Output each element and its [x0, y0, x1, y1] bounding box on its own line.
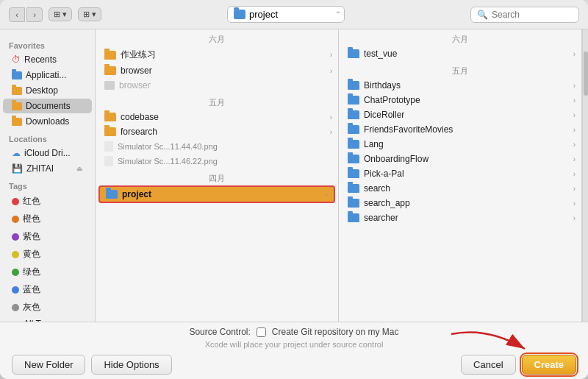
sidebar-item-label: Downloads [26, 116, 69, 127]
list-item[interactable]: DiceRoller › [339, 107, 581, 122]
file-name: ChatPrototype [364, 95, 573, 105]
eject-icon: ⏏ [76, 165, 83, 172]
sidebar: Favorites ⏱ Recents Applicati... Desktop… [0, 29, 96, 322]
save-dialog: ‹ › ⊞ ▾ ⊞ ▾ project ⌃ 🔍 Favorites ⏱ [0, 0, 588, 379]
list-item[interactable]: browser › [96, 63, 338, 78]
yellow-tag-dot [12, 251, 19, 258]
right-may-label: 五月 [339, 61, 581, 78]
search-input[interactable] [492, 10, 573, 20]
chevron-right-icon: › [573, 111, 576, 119]
sidebar-item-tag-red[interactable]: 红色 [3, 193, 92, 210]
folder-icon [104, 113, 116, 121]
sidebar-item-icloud[interactable]: ☁ iCloud Dri... [3, 146, 92, 160]
file-icon [104, 81, 115, 90]
gray-tag-dot [12, 304, 19, 311]
tags-label: Tags [0, 179, 95, 192]
nav-buttons: ‹ › [9, 7, 43, 22]
list-item[interactable]: 作业练习 › [96, 46, 338, 63]
create-button-wrapper: Create [522, 355, 576, 375]
chevron-right-icon: › [330, 67, 332, 75]
sidebar-item-label: 紫色 [23, 230, 40, 243]
back-button[interactable]: ‹ [9, 7, 25, 22]
sidebar-item-tag-purple[interactable]: 紫色 [3, 228, 92, 245]
list-item[interactable]: Lang › [339, 137, 581, 152]
sidebar-item-downloads[interactable]: Downloads [3, 114, 92, 129]
scrollbar-thumb[interactable] [584, 52, 588, 96]
sidebar-item-zhitai[interactable]: 💾 ZHITAI ⏏ [3, 161, 92, 176]
sidebar-item-documents[interactable]: Documents [3, 99, 92, 113]
sidebar-item-tag-gray[interactable]: 灰色 [3, 299, 92, 316]
file-name: Birthdays [364, 80, 573, 91]
folder-icon [104, 66, 116, 75]
purple-tag-dot [12, 233, 19, 241]
sidebar-item-tag-yellow[interactable]: 黄色 [3, 246, 92, 263]
bottom-bar: Source Control: Create Git repository on… [0, 322, 588, 379]
sidebar-item-tag-green[interactable]: 绿色 [3, 263, 92, 280]
forward-button[interactable]: › [26, 7, 43, 22]
folder-icon [104, 127, 116, 136]
list-item[interactable]: ChatPrototype › [339, 93, 581, 107]
desktop-folder-icon [12, 87, 22, 95]
chevron-right-icon: › [573, 50, 576, 58]
list-item[interactable]: codebase › [96, 110, 338, 124]
folder-icon [348, 155, 359, 163]
list-item[interactable]: search › [339, 181, 581, 196]
list-item-selected[interactable]: project › [98, 185, 335, 203]
location-text: project [249, 9, 278, 20]
chevron-right-icon: › [330, 113, 332, 121]
sidebar-item-label: 黄色 [23, 248, 40, 261]
location-bar: project ⌃ [107, 6, 465, 23]
list-item[interactable]: forsearch › [96, 124, 338, 139]
cloud-icon: ☁ [12, 148, 21, 158]
list-item[interactable]: Simulator Sc...11.46.22.png [96, 154, 338, 169]
list-item[interactable]: browser [96, 78, 338, 93]
blue-tag-dot [12, 286, 19, 294]
hide-options-button[interactable]: Hide Options [91, 355, 171, 375]
sidebar-item-label: Recents [24, 54, 57, 65]
grid-view-button[interactable]: ⊞ ▾ [78, 7, 101, 21]
list-item[interactable]: searcher › [339, 210, 581, 225]
list-view-button[interactable]: ⊞ ▾ [49, 7, 72, 21]
file-name: searcher [364, 213, 573, 223]
file-name: Simulator Sc...11.44.40.png [118, 142, 329, 151]
sidebar-item-all-tags[interactable]: 🏷 All Tags... [3, 316, 92, 322]
file-name: search [364, 183, 573, 194]
sidebar-item-tag-orange[interactable]: 橙色 [3, 210, 92, 227]
new-folder-button[interactable]: New Folder [12, 355, 85, 375]
right-buttons: Cancel Create [461, 355, 576, 375]
chevron-right-icon: › [573, 141, 576, 149]
search-bar[interactable]: 🔍 [470, 7, 579, 23]
list-item[interactable]: test_vue › [339, 46, 581, 61]
sidebar-item-tag-blue[interactable]: 蓝色 [3, 281, 92, 298]
sidebar-item-applications[interactable]: Applicati... [3, 68, 92, 82]
list-item[interactable]: Pick-a-Pal › [339, 166, 581, 181]
list-item[interactable]: Simulator Sc...11.44.40.png [96, 139, 338, 154]
left-may-label: 五月 [96, 93, 338, 110]
list-item[interactable]: FriendsFavoriteMovies › [339, 122, 581, 137]
list-item[interactable]: search_app › [339, 196, 581, 210]
folder-icon [348, 169, 359, 178]
location-folder-icon [234, 10, 245, 19]
sidebar-item-recents[interactable]: ⏱ Recents [3, 52, 92, 67]
source-note: Xcode will place your project under sour… [12, 340, 576, 349]
image-file-icon [104, 156, 113, 166]
sidebar-item-label: 橙色 [23, 213, 40, 225]
toolbar: ‹ › ⊞ ▾ ⊞ ▾ project ⌃ 🔍 [0, 0, 588, 29]
main-content: Favorites ⏱ Recents Applicati... Desktop… [0, 29, 588, 322]
list-item[interactable]: Birthdays › [339, 78, 581, 93]
create-button[interactable]: Create [522, 355, 576, 375]
sidebar-item-label: iCloud Dri... [24, 148, 71, 158]
create-git-checkbox[interactable] [257, 327, 266, 337]
scrollbar-track[interactable] [582, 29, 588, 322]
folder-icon [104, 51, 116, 60]
list-item[interactable]: OnboardingFlow › [339, 152, 581, 166]
folder-icon [348, 96, 359, 105]
search-icon: 🔍 [477, 10, 488, 20]
chevron-right-icon: › [573, 126, 576, 134]
left-buttons: New Folder Hide Options [12, 355, 172, 375]
sidebar-item-desktop[interactable]: Desktop [3, 83, 92, 98]
location-input[interactable]: project ⌃ [227, 6, 345, 23]
folder-icon [348, 81, 359, 90]
chevron-right-icon: › [573, 214, 576, 222]
cancel-button[interactable]: Cancel [461, 355, 515, 375]
